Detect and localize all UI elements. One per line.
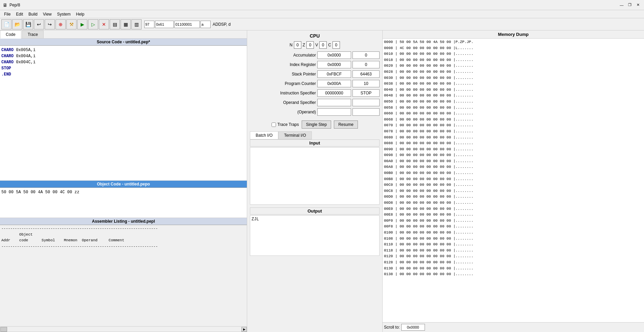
memory-footer: Scroll to: [383,322,644,332]
horizontal-scrollbar[interactable]: ▶ [0,326,247,332]
memory-row: 0030 | 00 00 00 00 00 00 00 00 |........ [384,75,643,81]
menu-file[interactable]: File [1,11,13,17]
close-button[interactable]: ✕ [635,2,641,8]
stack-pointer-label: Stack Pointer [262,72,316,76]
memory-row: 00A8 | 00 00 00 00 00 00 00 00 |........ [384,164,643,170]
index-register-hex[interactable] [317,61,351,68]
instruction-specifier-hex[interactable] [317,89,351,97]
batch-io-tab[interactable]: Batch I/O [250,131,278,139]
code-line-4: STOP [1,65,245,71]
open-button[interactable]: 📂 [12,19,22,29]
n-flag[interactable]: 0 [294,41,301,49]
program-counter-dec[interactable] [352,80,380,87]
memory-button[interactable]: ▦ [121,19,131,29]
left-tab-bar: Code Trace [0,30,247,39]
memory-row: 0058 | 00 00 00 00 00 00 00 00 |........ [384,105,643,111]
left-panel: Code Trace Source Code - untitled.pep* C… [0,30,247,332]
toolbar-hex-field[interactable] [155,21,174,28]
input-section: Input [250,139,380,205]
operand-specifier-row: Operand Specifier [250,99,380,106]
object-header: Object Code - untitled.pepo [0,181,247,188]
app-title: Pep/8 [9,3,20,7]
resume-button[interactable]: Resume [334,120,358,129]
memory-row: 00A0 | 00 00 00 00 00 00 00 00 |........ [384,158,643,164]
accumulator-hex[interactable] [317,51,351,59]
menubar: File Edit Build View System Help [0,10,644,18]
listing-section: Assembler Listing - untitled.pepl ------… [0,218,247,332]
memory-row: 0038 | 00 00 00 00 00 00 00 00 |........ [384,81,643,87]
clear-button[interactable]: ▤ [110,19,120,29]
program-counter-hex[interactable] [317,80,351,87]
trace-traps-checkbox[interactable] [272,123,276,127]
input-box[interactable] [250,147,380,205]
reformat-button[interactable]: ▥ [131,19,142,29]
v-flag[interactable]: 0 [319,41,327,49]
accumulator-row: Accumulator [250,51,380,59]
index-register-label: Index Register [262,62,316,67]
stop-button[interactable]: ✕ [99,19,109,29]
memory-row: 0100 | 00 00 00 00 00 00 00 00 |........ [384,230,643,236]
operand-text[interactable] [352,108,380,116]
output-box[interactable]: ZJL [250,215,380,256]
memory-content[interactable]: 0000 | 50 00 5A 50 00 4A 50 00 |P.ZP.JP.… [383,39,644,322]
menu-view[interactable]: View [40,11,55,17]
memory-row: 0040 | 00 00 00 00 00 00 00 00 |........ [384,87,643,93]
memory-row: 0078 | 00 00 00 00 00 00 00 00 |........ [384,129,643,135]
trace-traps-check[interactable]: Trace Traps [272,122,299,127]
z-label: Z [303,43,305,47]
toolbar-num-field[interactable] [144,21,154,28]
maximize-button[interactable]: ❐ [626,2,633,8]
menu-edit[interactable]: Edit [13,11,26,17]
scroll-input[interactable] [401,324,425,331]
memory-row: 00C8 | 00 00 00 00 00 00 00 00 |........ [384,188,643,194]
scroll-label: Scroll to: [384,325,400,330]
window-controls: — ❐ ✕ [618,2,641,8]
accumulator-dec[interactable] [352,51,380,59]
memory-row: 00F0 | 00 00 00 00 00 00 00 00 |........ [384,218,643,224]
memory-row: 0118 | 00 00 00 00 00 00 00 00 |........ [384,248,643,254]
single-step-button[interactable]: Single Step [302,120,331,129]
toolbar-binary-field[interactable] [174,21,200,28]
titlebar: 🖥 Pep/8 — ❐ ✕ [0,0,644,10]
minimize-button[interactable]: — [618,2,625,8]
toolbar-char-field[interactable] [200,21,211,28]
tab-code[interactable]: Code [0,30,21,39]
stack-pointer-dec[interactable] [352,70,380,78]
assemble-button[interactable]: ⚒ [66,19,77,29]
toolbar-instruction: ADDSP, d [211,22,232,27]
memory-title: Memory Dump [383,30,644,39]
instruction-specifier-text[interactable] [352,89,380,97]
memory-row: 0060 | 00 00 00 00 00 00 00 00 |........ [384,111,643,117]
index-register-dec[interactable] [352,61,380,68]
object-code-area[interactable]: 50 00 5A 50 00 4A 50 00 4C 00 zz [0,188,247,218]
menu-system[interactable]: System [55,11,73,17]
memory-row: 00B0 | 00 00 00 00 00 00 00 00 |........ [384,170,643,176]
redo-button[interactable]: ↪ [45,19,55,29]
help-icon-button[interactable]: ⊕ [56,19,66,29]
save-button[interactable]: 💾 [23,19,33,29]
new-button[interactable]: 📄 [1,19,12,29]
scroll-right-button[interactable]: ▶ [241,327,247,332]
memory-row: 00C0 | 00 00 00 00 00 00 00 00 |........ [384,182,643,188]
undo-button[interactable]: ↩ [34,19,44,29]
operand-hex[interactable] [317,108,351,116]
code-line-5: .END [1,71,245,78]
operand-specifier-label: Operand Specifier [262,100,316,105]
operand-specifier-text[interactable] [352,99,380,106]
index-register-row: Index Register [250,61,380,68]
scrollbar-thumb[interactable] [0,327,7,332]
stack-pointer-hex[interactable] [317,70,351,78]
source-code-area[interactable]: CHARO 0x005A,i CHARO 0x004A,i CHARO 0x00… [0,46,247,180]
menu-help[interactable]: Help [73,11,87,17]
tab-trace[interactable]: Trace [22,30,44,38]
menu-build[interactable]: Build [26,11,40,17]
memory-row: 00E8 | 00 00 00 00 00 00 00 00 |........ [384,212,643,218]
io-tabs: Batch I/O Terminal I/O [250,131,380,139]
debug-button[interactable]: ▷ [88,19,98,29]
run-button[interactable]: ▶ [77,19,87,29]
input-label: Input [250,139,380,147]
terminal-io-tab[interactable]: Terminal I/O [278,131,312,139]
z-flag[interactable]: 0 [306,41,314,49]
c-flag[interactable]: 0 [332,41,340,49]
operand-specifier-hex[interactable] [317,99,351,106]
